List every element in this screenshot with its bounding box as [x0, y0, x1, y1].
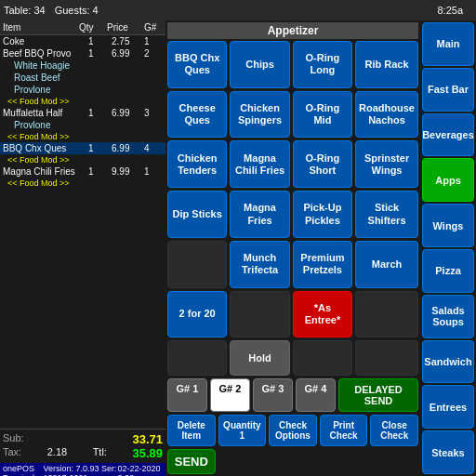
menu-button[interactable]: Dip Sticks	[167, 191, 227, 238]
col-qty: Qty	[79, 22, 107, 33]
list-item: Provlone	[0, 119, 165, 131]
tax-label: Tax:	[3, 446, 21, 460]
category-button[interactable]: Main	[422, 22, 474, 66]
col-item: Item	[3, 22, 79, 33]
food-mod-btn[interactable]: << Food Mod >>	[0, 131, 165, 142]
g-number-button[interactable]: G# 2	[210, 378, 250, 412]
total-label: Ttl:	[93, 446, 107, 460]
food-mod-btn[interactable]: << Food Mod >>	[0, 96, 165, 107]
status-left: onePOS Terminal	[3, 464, 43, 475]
category-button[interactable]: Wings	[422, 204, 474, 247]
menu-button	[355, 340, 418, 376]
menu-button[interactable]: Munch Trifecta	[230, 241, 289, 288]
menu-button[interactable]: 2 for 20	[167, 291, 227, 338]
category-button[interactable]: Steaks	[422, 430, 474, 474]
g-number-button[interactable]: G# 4	[296, 378, 336, 412]
menu-button	[167, 241, 227, 288]
tax-value: 2.18	[47, 446, 67, 460]
status-center: Version: 7.0.93 Ser: 13817-0001	[43, 464, 117, 475]
category-button[interactable]: Apps	[422, 158, 474, 202]
category-button[interactable]: Sandwich	[422, 340, 474, 384]
menu-button[interactable]: O-Ring Mid	[293, 91, 352, 139]
food-mod-btn[interactable]: << Food Mod >>	[0, 154, 165, 165]
menu-button[interactable]: Magna Fries	[230, 191, 289, 238]
subtotal-label: Sub:	[3, 432, 24, 446]
col-g: G#	[144, 22, 163, 33]
send-button[interactable]: SEND	[167, 449, 216, 474]
list-item: White Hoagie	[0, 60, 165, 72]
bottom-action-button[interactable]: Check Options	[269, 415, 317, 446]
status-right: 02-22-2020 8:26am	[117, 464, 163, 475]
delayed-send-button[interactable]: DELAYED SEND	[338, 378, 418, 412]
menu-button[interactable]: BBQ Chx Ques	[167, 41, 227, 88]
menu-button[interactable]: Magna Chili Fries	[230, 140, 289, 188]
g-number-button[interactable]: G# 3	[253, 378, 293, 412]
order-item-row[interactable]: Beef BBQ Provo 1 6.99 2	[0, 47, 165, 60]
time-info: 8:25a	[437, 5, 463, 16]
guests-info: Guests: 4	[55, 5, 99, 16]
bottom-action-button[interactable]: Quantity 1	[218, 415, 267, 446]
bottom-action-button[interactable]: Delete Item	[167, 415, 216, 446]
menu-button[interactable]: Chips	[230, 41, 289, 88]
category-button[interactable]: Fast Bar	[422, 68, 474, 112]
menu-button	[167, 340, 227, 376]
table-info: Table: 34	[4, 5, 46, 16]
menu-button[interactable]: Sprinster Wings	[355, 140, 418, 188]
menu-button	[230, 291, 289, 338]
food-mod-btn[interactable]: << Food Mod >>	[0, 178, 165, 189]
list-item: Provlone	[0, 84, 165, 96]
menu-button[interactable]: March	[355, 241, 418, 288]
subtotal-value: 33.71	[132, 432, 163, 446]
category-button[interactable]: Salads Soups	[422, 295, 474, 338]
menu-button	[293, 340, 352, 376]
order-item-row[interactable]: Muffaletta Half 1 6.99 3	[0, 107, 165, 119]
order-item-row[interactable]: BBQ Chx Ques 1 6.99 4	[0, 142, 165, 154]
menu-button	[355, 291, 418, 338]
total-value: 35.89	[132, 446, 163, 460]
category-button[interactable]: Entrees	[422, 385, 474, 429]
g-number-button[interactable]: G# 1	[167, 378, 207, 412]
menu-button[interactable]: Stick Shifters	[355, 191, 418, 238]
menu-button[interactable]: Roadhouse Nachos	[355, 91, 418, 139]
bottom-action-button[interactable]: Print Check	[320, 415, 368, 446]
category-button[interactable]: Pizza	[422, 249, 474, 293]
menu-button[interactable]: Chicken Tenders	[167, 140, 227, 188]
menu-button[interactable]: Premium Pretzels	[293, 241, 352, 288]
menu-button[interactable]: O-Ring Short	[293, 140, 352, 188]
menu-button[interactable]: Hold	[230, 340, 289, 376]
category-title: Appetizer	[167, 22, 418, 39]
menu-button[interactable]: Chicken Spingers	[230, 91, 289, 139]
list-item: Roast Beef	[0, 72, 165, 84]
menu-button[interactable]: O-Ring Long	[293, 41, 352, 88]
category-button[interactable]: Beverages	[422, 113, 474, 157]
col-price: Price	[107, 22, 144, 33]
menu-button[interactable]: *As Entree*	[293, 291, 352, 338]
order-item-row[interactable]: Magna Chili Fries 1 9.99 1	[0, 165, 165, 178]
order-item-row[interactable]: Coke 1 2.75 1	[0, 35, 165, 47]
menu-button[interactable]: Rib Rack	[355, 41, 418, 88]
bottom-action-button[interactable]: Close Check	[370, 415, 418, 446]
menu-button[interactable]: Pick-Up Pickles	[293, 191, 352, 238]
menu-button[interactable]: Cheese Ques	[167, 91, 227, 139]
